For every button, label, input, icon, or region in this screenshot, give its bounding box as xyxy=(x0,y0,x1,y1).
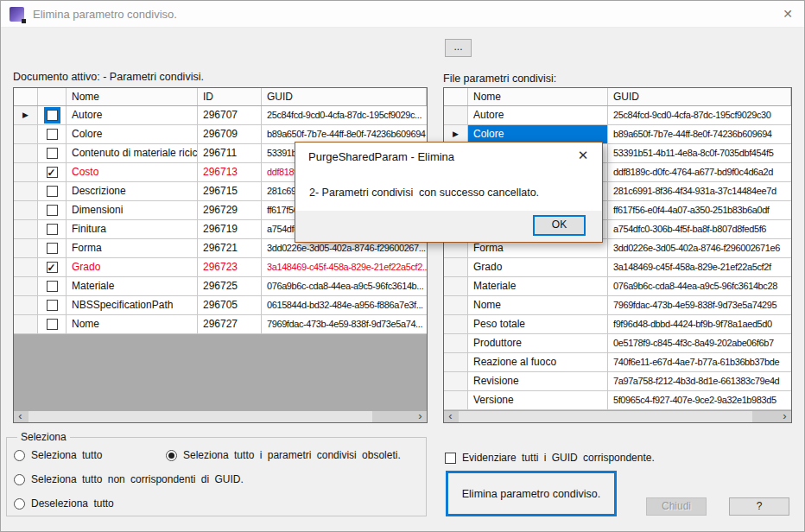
row-selector-cell[interactable] xyxy=(14,258,38,276)
cell-nome[interactable]: Costo xyxy=(67,163,198,181)
row-checkbox-cell[interactable] xyxy=(38,258,67,276)
table-row[interactable]: Materiale296725076a9b6c-cda8-44ea-a9c5-9… xyxy=(14,277,427,296)
cell-guid[interactable]: 53391b51-4b11-4e8a-8c0f-7035dbf454f5 xyxy=(608,144,791,162)
cell-guid[interactable]: 25c84fcd-9cd0-4cfa-87dc-195cf9029c... xyxy=(262,106,427,124)
radio-option[interactable]: Seleziona tutto xyxy=(14,449,102,461)
row-selector-cell[interactable] xyxy=(14,182,38,200)
horizontal-scrollbar[interactable]: ‹ › xyxy=(14,411,427,422)
checkbox-icon[interactable] xyxy=(47,148,58,159)
cell-id[interactable]: 296719 xyxy=(198,220,262,238)
row-selector-cell[interactable] xyxy=(444,391,468,409)
ok-button[interactable]: OK xyxy=(533,215,586,236)
cell-id[interactable]: 296705 xyxy=(198,296,262,314)
row-checkbox-cell[interactable] xyxy=(38,239,67,257)
table-row[interactable]: Grado2967233a148469-c45f-458a-829e-21ef2… xyxy=(14,258,427,277)
cell-guid[interactable]: 3dd0226e-3d05-402a-8746-f296002671e6 xyxy=(608,239,791,257)
checkbox-icon[interactable] xyxy=(47,243,58,254)
row-selector-cell[interactable] xyxy=(444,353,468,371)
cell-id[interactable]: 296711 xyxy=(198,144,262,162)
cell-guid[interactable]: a754dfc0-306b-4f5f-ba8f-b807d8fed5f6 xyxy=(608,220,791,238)
row-selector-cell[interactable] xyxy=(444,277,468,295)
cell-id[interactable]: 296723 xyxy=(198,258,262,276)
column-header-nome[interactable]: Nome xyxy=(67,88,198,105)
cell-nome[interactable]: Produttore xyxy=(468,334,608,352)
close-icon[interactable]: ✕ xyxy=(778,5,797,22)
table-row[interactable]: Produttore0e5178f9-c845-4f3c-8a49-202abe… xyxy=(444,334,791,353)
radio-option[interactable]: Seleziona tutto non corrispondenti di GU… xyxy=(14,473,244,485)
column-header-guid[interactable]: GUID xyxy=(608,88,791,105)
row-selector-cell[interactable] xyxy=(14,144,38,162)
row-selector-cell[interactable]: ▶ xyxy=(444,125,468,143)
scrollbar-thumb[interactable] xyxy=(29,411,372,422)
row-selector-header[interactable] xyxy=(444,88,468,105)
cell-nome[interactable]: Autore xyxy=(67,106,198,124)
cell-id[interactable]: 296729 xyxy=(198,201,262,219)
radio-option[interactable]: Seleziona tutto i parametri condivisi ob… xyxy=(166,449,401,461)
row-checkbox-cell[interactable] xyxy=(38,182,67,200)
horizontal-scrollbar[interactable]: ‹ › xyxy=(444,411,791,422)
cell-guid[interactable]: 3a148469-c45f-458a-829e-21ef22a5cf2... xyxy=(262,258,427,276)
cell-nome[interactable]: Colore xyxy=(468,125,608,143)
cell-guid[interactable]: ddf8189c-d0fc-4764-a677-bd9f0c4d6a2d xyxy=(608,163,791,181)
checkbox-icon[interactable] xyxy=(47,129,58,140)
cell-guid[interactable]: 5f0965c4-f927-407e-9ce2-9a32e1b983d5 xyxy=(608,391,791,409)
row-selector-cell[interactable] xyxy=(444,258,468,276)
cell-guid[interactable]: 25c84fcd-9cd0-4cfa-87dc-195cf9029c30 xyxy=(608,106,791,124)
row-checkbox-cell[interactable] xyxy=(38,315,67,333)
cell-id[interactable]: 296709 xyxy=(198,125,262,143)
row-checkbox-cell[interactable] xyxy=(38,144,67,162)
row-selector-cell[interactable] xyxy=(14,296,38,314)
row-checkbox-cell[interactable] xyxy=(38,220,67,238)
delete-shared-parameter-button[interactable]: Elimina parametro condiviso. xyxy=(446,471,617,516)
cell-guid[interactable]: 0615844d-bd32-484e-a956-f886a7e3f... xyxy=(262,296,427,314)
row-checkbox-cell[interactable] xyxy=(38,277,67,295)
title-bar[interactable]: Elimina parametro condiviso. ✕ xyxy=(1,1,804,28)
checkbox-icon[interactable] xyxy=(47,110,58,121)
column-header-guid[interactable]: GUID xyxy=(262,88,427,105)
table-row[interactable]: Peso totalef9f96d48-dbbd-4424-bf9b-9f78a… xyxy=(444,315,791,334)
file-parameters-grid[interactable]: Nome GUID Autore25c84fcd-9cd0-4cfa-87dc-… xyxy=(443,87,792,423)
row-selector-cell[interactable] xyxy=(14,163,38,181)
cell-guid[interactable]: 076a9b6c-cda8-44ea-a9c5-96fc3614b... xyxy=(262,277,427,295)
radio-icon[interactable] xyxy=(14,450,25,461)
row-selector-cell[interactable] xyxy=(14,239,38,257)
cell-guid[interactable]: 076a9b6c-cda8-44ea-a9c5-96fc3614bc28 xyxy=(608,277,791,295)
checkbox-icon[interactable] xyxy=(47,186,58,197)
cell-guid[interactable]: f9f96d48-dbbd-4424-bf9b-9f78a1aed5d0 xyxy=(608,315,791,333)
row-selector-cell[interactable] xyxy=(14,201,38,219)
cell-nome[interactable]: Nome xyxy=(67,315,198,333)
cell-nome[interactable]: Autore xyxy=(468,106,608,124)
radio-icon[interactable] xyxy=(14,474,25,485)
cell-guid[interactable]: 740f6e11-e67d-4ae7-b77a-61b36bb37bde xyxy=(608,353,791,371)
cell-nome[interactable]: Contenuto di materiale ricicl... xyxy=(67,144,198,162)
cell-nome[interactable]: Materiale xyxy=(468,277,608,295)
row-selector-cell[interactable] xyxy=(444,296,468,314)
cell-nome[interactable]: Reazione al fuoco xyxy=(468,353,608,371)
highlight-guid-checkbox[interactable]: Evidenziare tutti i GUID corrispondente. xyxy=(445,452,655,464)
document-parameters-grid[interactable]: Nome ID GUID ▶Autore29670725c84fcd-9cd0-… xyxy=(13,87,428,423)
radio-icon[interactable] xyxy=(14,498,25,510)
table-row[interactable]: Nome7969fdac-473b-4e59-838f-9d73e5a74295 xyxy=(444,296,791,315)
checkbox-icon[interactable] xyxy=(47,205,58,216)
cell-id[interactable]: 296725 xyxy=(198,277,262,295)
table-row[interactable]: Nome2967277969fdac-473b-4e59-838f-9d73e5… xyxy=(14,315,427,334)
scroll-left-icon[interactable]: ‹ xyxy=(444,411,457,422)
radio-icon[interactable] xyxy=(166,450,177,461)
cell-nome[interactable]: Materiale xyxy=(67,277,198,295)
checkbox-icon[interactable] xyxy=(445,453,456,464)
column-header-nome[interactable]: Nome xyxy=(468,88,608,105)
table-row[interactable]: Autore25c84fcd-9cd0-4cfa-87dc-195cf9029c… xyxy=(444,106,791,125)
cell-guid[interactable]: ff617f56-e0f4-4a07-a350-251b83b6a0df xyxy=(608,201,791,219)
cell-id[interactable]: 296721 xyxy=(198,239,262,257)
table-row[interactable]: Grado3a148469-c45f-458a-829e-21ef22a5cf2… xyxy=(444,258,791,277)
cell-guid[interactable]: 3a148469-c45f-458a-829e-21ef22a5cf2f xyxy=(608,258,791,276)
column-header-id[interactable]: ID xyxy=(198,88,262,105)
table-row[interactable]: Materiale076a9b6c-cda8-44ea-a9c5-96fc361… xyxy=(444,277,791,296)
dialog-close-icon[interactable]: ✕ xyxy=(575,148,591,163)
row-selector-header[interactable] xyxy=(14,88,38,105)
row-selector-cell[interactable]: ▶ xyxy=(14,106,38,124)
cell-id[interactable]: 296707 xyxy=(198,106,262,124)
row-selector-cell[interactable] xyxy=(444,334,468,352)
browse-button[interactable]: ... xyxy=(445,39,472,57)
scroll-right-icon[interactable]: › xyxy=(778,411,791,422)
